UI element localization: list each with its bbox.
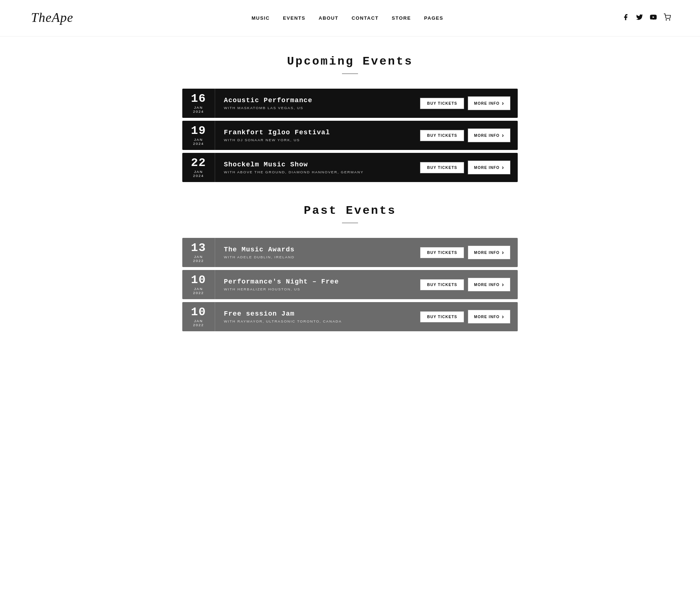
youtube-icon[interactable] xyxy=(650,13,657,23)
event-actions: BUY TICKETS MORE INFO xyxy=(413,273,518,296)
svg-text:TheApex: TheApex xyxy=(31,10,73,25)
event-year: 2024 xyxy=(193,174,204,178)
event-details: WITH MASKATOMB LAS VEGAS, US xyxy=(224,106,404,110)
event-name: The Music Awards xyxy=(224,246,404,254)
event-row: 13 JAN 2022 The Music Awards WITH ADELE … xyxy=(182,238,518,267)
more-info-button[interactable]: MORE INFO xyxy=(468,161,510,174)
site-logo[interactable]: TheApex xyxy=(29,7,73,30)
event-details: WITH DJ SONAAR NEW YORK, US xyxy=(224,138,404,142)
event-name: Performance's Night – Free xyxy=(224,278,404,286)
event-row: 10 JAN 2022 Free session Jam WITH RAYMAY… xyxy=(182,302,518,331)
event-date: 13 JAN 2022 xyxy=(182,238,215,267)
event-row: 22 JAN 2024 Shockelm Music Show WITH ABO… xyxy=(182,153,518,182)
event-row: 19 JAN 2024 Frankfort Igloo Festival WIT… xyxy=(182,121,518,150)
upcoming-divider xyxy=(342,73,358,74)
upcoming-title: Upcoming Events xyxy=(182,55,518,68)
buy-tickets-button[interactable]: BUY TICKETS xyxy=(420,162,464,173)
upcoming-events-section: Upcoming Events 16 JAN 2024 Acoustic Per… xyxy=(182,55,518,182)
event-name: Free session Jam xyxy=(224,310,404,318)
nav-pages[interactable]: PAGES xyxy=(424,15,443,21)
more-info-button[interactable]: MORE INFO xyxy=(468,96,510,110)
event-name: Shockelm Music Show xyxy=(224,161,404,169)
buy-tickets-button[interactable]: BUY TICKETS xyxy=(420,279,464,290)
facebook-icon[interactable] xyxy=(622,13,629,23)
twitter-icon[interactable] xyxy=(636,13,643,23)
event-info: Frankfort Igloo Festival WITH DJ SONAAR … xyxy=(215,124,413,146)
event-date: 19 JAN 2024 xyxy=(182,121,215,150)
event-year: 2024 xyxy=(193,142,204,146)
event-date: 10 JAN 2022 xyxy=(182,270,215,299)
event-details: WITH ABOVE THE GROUND, DIAMOND HANNOVER,… xyxy=(224,170,404,174)
event-day: 10 xyxy=(191,274,206,286)
logo-svg: TheApex xyxy=(29,7,73,27)
main-content: Upcoming Events 16 JAN 2024 Acoustic Per… xyxy=(175,36,525,363)
more-info-button[interactable]: MORE INFO xyxy=(468,128,510,142)
nav-events[interactable]: EVENTS xyxy=(283,15,306,21)
event-day: 10 xyxy=(191,306,206,318)
nav-about[interactable]: ABOUT xyxy=(319,15,338,21)
event-actions: BUY TICKETS MORE INFO xyxy=(413,305,518,328)
event-info: Performance's Night – Free WITH HERBALIZ… xyxy=(215,274,413,296)
event-month: JAN xyxy=(194,319,203,323)
event-date: 22 JAN 2024 xyxy=(182,153,215,182)
event-details: WITH ADELE DUBLIN, IRELAND xyxy=(224,255,404,259)
buy-tickets-button[interactable]: BUY TICKETS xyxy=(420,130,464,141)
event-year: 2022 xyxy=(193,259,204,263)
event-year: 2024 xyxy=(193,109,204,113)
buy-tickets-button[interactable]: BUY TICKETS xyxy=(420,247,464,258)
event-name: Acoustic Performance xyxy=(224,97,404,104)
event-row: 16 JAN 2024 Acoustic Performance WITH MA… xyxy=(182,89,518,118)
event-actions: BUY TICKETS MORE INFO xyxy=(413,156,518,179)
more-info-button[interactable]: MORE INFO xyxy=(468,278,510,292)
social-links xyxy=(622,13,671,23)
nav-contact[interactable]: CONTACT xyxy=(351,15,378,21)
event-actions: BUY TICKETS MORE INFO xyxy=(413,241,518,264)
main-nav: MUSIC EVENTS ABOUT CONTACT STORE PAGES xyxy=(252,15,443,21)
svg-point-3 xyxy=(669,20,670,20)
event-month: JAN xyxy=(194,105,203,109)
buy-tickets-button[interactable]: BUY TICKETS xyxy=(420,311,464,323)
event-year: 2022 xyxy=(193,323,204,327)
buy-tickets-button[interactable]: BUY TICKETS xyxy=(420,98,464,109)
event-actions: BUY TICKETS MORE INFO xyxy=(413,92,518,115)
event-day: 13 xyxy=(191,242,206,254)
more-info-button[interactable]: MORE INFO xyxy=(468,246,510,259)
event-year: 2022 xyxy=(193,291,204,295)
event-info: Shockelm Music Show WITH ABOVE THE GROUN… xyxy=(215,157,413,178)
event-month: JAN xyxy=(194,287,203,291)
past-title: Past Events xyxy=(182,204,518,217)
event-month: JAN xyxy=(194,255,203,259)
event-row: 10 JAN 2022 Performance's Night – Free W… xyxy=(182,270,518,299)
event-actions: BUY TICKETS MORE INFO xyxy=(413,124,518,147)
event-details: WITH HERBALIZER HOUSTON, US xyxy=(224,287,404,291)
nav-music[interactable]: MUSIC xyxy=(252,15,270,21)
event-day: 19 xyxy=(191,125,206,137)
upcoming-events-list: 16 JAN 2024 Acoustic Performance WITH MA… xyxy=(182,89,518,182)
cart-icon[interactable] xyxy=(664,13,671,23)
svg-point-2 xyxy=(666,20,667,20)
past-events-list: 13 JAN 2022 The Music Awards WITH ADELE … xyxy=(182,238,518,331)
event-name: Frankfort Igloo Festival xyxy=(224,129,404,136)
event-info: Free session Jam WITH RAYMAYOR, ULTRASON… xyxy=(215,306,413,328)
event-info: Acoustic Performance WITH MASKATOMB LAS … xyxy=(215,92,413,114)
event-date: 10 JAN 2022 xyxy=(182,302,215,331)
event-date: 16 JAN 2024 xyxy=(182,89,215,118)
site-header: TheApex MUSIC EVENTS ABOUT CONTACT STORE… xyxy=(0,0,700,36)
more-info-button[interactable]: MORE INFO xyxy=(468,310,510,324)
event-day: 22 xyxy=(191,157,206,169)
event-info: The Music Awards WITH ADELE DUBLIN, IREL… xyxy=(215,242,413,263)
event-day: 16 xyxy=(191,93,206,105)
past-divider xyxy=(342,223,358,223)
event-month: JAN xyxy=(194,170,203,174)
event-details: WITH RAYMAYOR, ULTRASONIC TORONTO, CANAD… xyxy=(224,319,404,323)
event-month: JAN xyxy=(194,138,203,142)
past-events-section: Past Events 13 JAN 2022 The Music Awards… xyxy=(182,204,518,331)
nav-store[interactable]: STORE xyxy=(392,15,411,21)
